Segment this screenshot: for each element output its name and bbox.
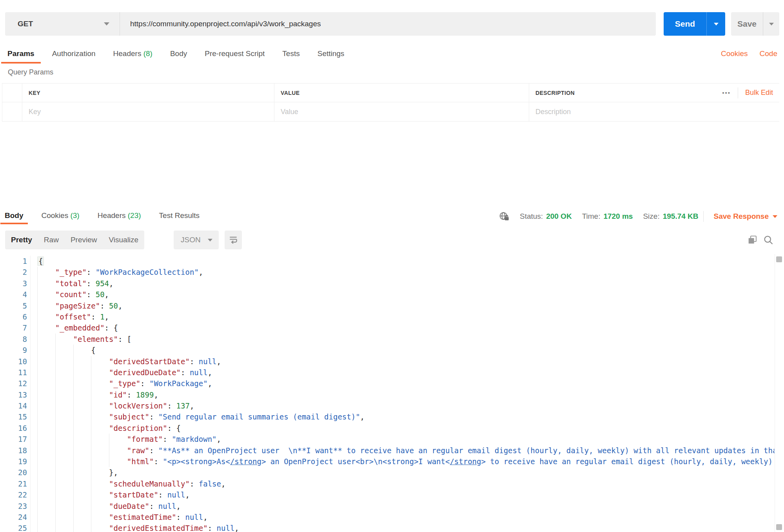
search-icon <box>763 234 774 245</box>
bulk-edit-link[interactable]: Bulk Edit <box>745 89 773 97</box>
code-line: 7"_embedded": { <box>0 322 784 333</box>
line-number: 13 <box>0 389 31 400</box>
indent-guide <box>73 356 91 367</box>
key-input[interactable]: Key <box>29 108 41 116</box>
time-value: 1720 ms <box>603 212 633 221</box>
code-line: 14"lockVersion": 137, <box>0 400 784 411</box>
code-line-content: "offset": 1, <box>37 311 109 322</box>
indent-guide <box>73 345 91 356</box>
tab-tests[interactable]: Tests <box>276 45 306 64</box>
search-response-button[interactable] <box>763 234 774 245</box>
indent-guide <box>73 434 91 445</box>
chevron-down-icon <box>208 239 212 241</box>
line-number: 9 <box>0 345 31 356</box>
tab-authorization[interactable]: Authorization <box>46 45 102 64</box>
request-url-bar: GET <box>5 12 656 36</box>
tab-label: Params <box>7 49 34 58</box>
tab-test-results[interactable]: Test Results <box>155 209 204 224</box>
tab-label: Headers <box>113 49 142 58</box>
tab-response-cookies[interactable]: Cookies (3) <box>37 209 84 224</box>
row-handle-column <box>2 102 22 121</box>
tab-settings[interactable]: Settings <box>311 45 351 64</box>
response-body-code[interactable]: 1{2"_type": "WorkPackageCollection",3"to… <box>0 256 784 532</box>
line-number: 3 <box>0 278 31 289</box>
tab-label: Tests <box>282 49 299 58</box>
tab-response-body[interactable]: Body <box>0 209 28 224</box>
view-visualize[interactable]: Visualize <box>103 231 144 249</box>
save-options-button[interactable] <box>763 12 779 36</box>
view-pretty[interactable]: Pretty <box>5 231 38 249</box>
send-button-label[interactable]: Send <box>664 12 706 36</box>
tab-headers[interactable]: Headers (8) <box>107 45 159 64</box>
indent-guide <box>55 512 73 523</box>
line-number: 25 <box>0 523 31 532</box>
url-input[interactable] <box>120 12 656 36</box>
code-line-content: "scheduleManually": false, <box>37 478 225 489</box>
indent-guide <box>73 478 91 489</box>
code-line-content: "description": { <box>37 423 181 434</box>
code-line-content: "id": 1899, <box>37 389 158 400</box>
tab-response-headers[interactable]: Headers (23) <box>93 209 145 224</box>
code-line-content: "lockVersion": 137, <box>37 400 194 411</box>
line-number: 24 <box>0 512 31 523</box>
tab-body[interactable]: Body <box>164 45 193 64</box>
code-line: 3"total": 954, <box>0 278 784 289</box>
indent-guide <box>37 267 55 278</box>
indent-guide <box>73 367 91 378</box>
indent-guide <box>37 423 55 434</box>
code-line: 12"_type": "WorkPackage", <box>0 378 784 389</box>
line-number: 11 <box>0 367 31 378</box>
send-button[interactable]: Send <box>664 12 725 36</box>
description-input[interactable]: Description <box>535 108 571 116</box>
indent-guide <box>37 389 55 400</box>
language-select[interactable]: JSON <box>174 231 219 249</box>
chevron-down-icon <box>773 215 777 218</box>
wrap-text-button[interactable] <box>225 231 242 249</box>
indent-guide <box>55 367 73 378</box>
indent-guide <box>37 356 55 367</box>
tab-count: (23) <box>128 211 141 220</box>
query-params-title: Query Params <box>8 68 53 76</box>
indent-guide <box>91 400 109 411</box>
code-link[interactable]: Code <box>760 45 777 62</box>
line-number: 17 <box>0 434 31 445</box>
more-options-icon[interactable]: ••• <box>722 89 731 96</box>
cookies-link[interactable]: Cookies <box>721 45 748 62</box>
indent-guide <box>37 523 55 532</box>
indent-guide <box>91 512 109 523</box>
tab-label: Authorization <box>52 49 96 58</box>
indent-guide <box>55 478 73 489</box>
tab-pre-request-script[interactable]: Pre-request Script <box>198 45 271 64</box>
view-raw[interactable]: Raw <box>38 231 65 249</box>
wrap-text-icon <box>228 235 238 245</box>
tab-label: Headers <box>98 211 126 220</box>
send-options-button[interactable] <box>706 12 725 36</box>
scrollbar-thumb[interactable] <box>776 256 782 262</box>
indent-guide <box>91 434 109 445</box>
indent-guide <box>55 445 73 456</box>
code-line-content: "estimatedTime": null, <box>37 512 208 523</box>
copy-response-button[interactable] <box>747 234 758 245</box>
view-preview[interactable]: Preview <box>65 231 103 249</box>
method-select[interactable]: GET <box>5 12 120 36</box>
copy-icon <box>747 234 758 245</box>
save-button[interactable]: Save <box>731 12 779 36</box>
tab-params[interactable]: Params <box>1 45 41 64</box>
line-number: 2 <box>0 267 31 278</box>
vertical-scrollbar[interactable] <box>775 254 784 532</box>
indent-guide <box>91 489 109 500</box>
code-line: 11"derivedDueDate": null, <box>0 367 784 378</box>
code-line-content: }, <box>37 467 118 478</box>
divider <box>703 211 704 222</box>
save-response-button[interactable]: Save Response <box>714 212 777 221</box>
indent-guide <box>91 356 109 367</box>
indent-guide <box>91 467 109 478</box>
scrollbar-corner <box>776 524 782 530</box>
column-header-key: KEY <box>29 90 40 96</box>
value-input[interactable]: Value <box>281 108 298 116</box>
code-line: 6"offset": 1, <box>0 311 784 322</box>
save-button-label[interactable]: Save <box>731 12 763 36</box>
code-line-content: "count": 50, <box>37 289 109 300</box>
indent-guide <box>55 489 73 500</box>
indent-guide <box>37 334 55 345</box>
